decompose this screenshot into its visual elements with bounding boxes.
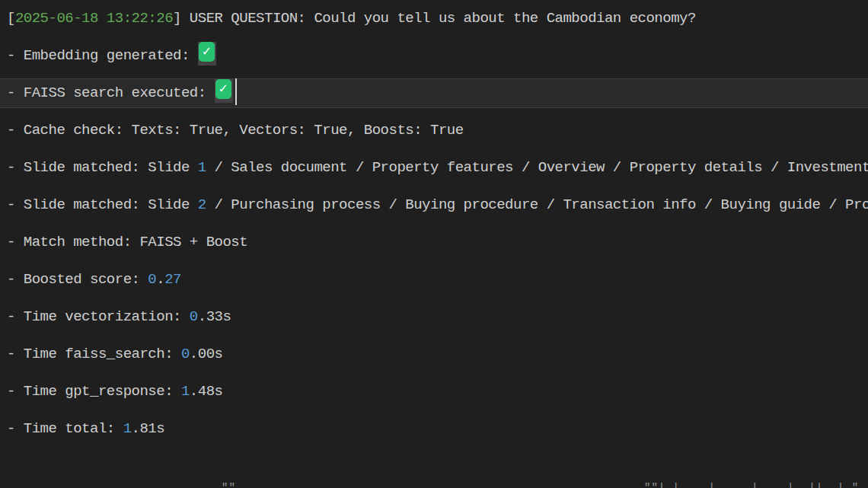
- log-text-segment: - FAISS search executed:: [7, 85, 215, 101]
- log-text-segment: - Match method: FAISS + Boost: [7, 234, 247, 250]
- boosted-score-line: - Boosted score: 0.27: [0, 261, 868, 298]
- clipped-text-fragment: "" . .: [222, 483, 264, 488]
- log-editor-area[interactable]: [2025-06-18 13:22:26] USER QUESTION: Cou…: [0, 0, 868, 488]
- log-text-segment: 0: [148, 271, 156, 288]
- log-text-segment: - Time gpt_response:: [7, 383, 181, 400]
- log-text-segment: - Time vectorization:: [7, 308, 190, 325]
- log-text-segment: 0: [190, 308, 198, 325]
- log-text-segment: [: [7, 10, 15, 27]
- log-text-segment: 0: [181, 346, 190, 362]
- time-total-line: - Time total: 1.81s: [0, 410, 868, 448]
- slide-matched-1-line: - Slide matched: Slide 1 / Sales documen…: [0, 149, 868, 187]
- embedding-generated-line: - Embedding generated: ✓: [0, 37, 868, 75]
- log-text-segment: 27: [164, 271, 181, 288]
- log-text-segment: ]: [173, 10, 190, 27]
- log-text-segment: - Slide matched: Slide: [7, 159, 198, 176]
- log-text-segment: .33s: [198, 308, 231, 325]
- time-vectorization-line: - Time vectorization: 0.33s: [0, 298, 868, 336]
- check-emoji-icon: ✓: [215, 79, 233, 103]
- log-text-segment: USER QUESTION: Could you tell us about t…: [190, 10, 696, 27]
- clipped-text-fragment: .: [519, 483, 525, 488]
- log-text-segment: - Cache check: Texts: True, Vectors: Tru…: [7, 122, 464, 139]
- log-text-segment: - Slide matched: Slide: [7, 196, 198, 213]
- log-text-segment: / Sales document / Property features / O…: [206, 159, 868, 176]
- log-text-segment: - Embedding generated:: [7, 47, 198, 64]
- log-text-segment: 2025-06-18 13:22:26: [15, 10, 173, 27]
- faiss-search-executed-line: - FAISS search executed: ✓: [0, 75, 868, 112]
- log-text-segment: 2: [198, 196, 206, 213]
- log-text-segment: 1: [181, 383, 190, 400]
- clipped-next-window-line: "" . .....""|.|.. .|. .. |. ..| .||. |.": [0, 480, 868, 488]
- time-gpt-response-line: - Time gpt_response: 1.48s: [0, 373, 868, 410]
- log-text-segment: / Purchasing process / Buying procedure …: [206, 196, 868, 213]
- log-text-segment: .: [156, 271, 164, 288]
- log-text-segment: 1: [198, 159, 206, 176]
- clipped-text-fragment: ""|.|.. .|. .. |. ..| .||. |.": [644, 483, 859, 488]
- log-text-segment: - Boosted score:: [7, 271, 148, 288]
- log-text-segment: 1: [123, 420, 132, 437]
- log-text-segment: - Time total:: [7, 420, 123, 437]
- text-cursor: [235, 78, 237, 105]
- log-text-segment: .48s: [190, 383, 223, 400]
- log-text-segment: - Time faiss_search:: [7, 346, 181, 362]
- log-text-segment: .81s: [132, 420, 165, 437]
- clipped-text-fragment: ..: [469, 483, 483, 488]
- slide-matched-2-line: - Slide matched: Slide 2 / Purchasing pr…: [0, 187, 868, 224]
- clipped-text-fragment: .: [283, 483, 290, 488]
- match-method-line: - Match method: FAISS + Boost: [0, 224, 868, 261]
- cache-check-line: - Cache check: Texts: True, Vectors: Tru…: [0, 112, 868, 149]
- check-emoji-icon: ✓: [198, 42, 216, 65]
- log-text-segment: .00s: [190, 346, 223, 362]
- user-question-line: [2025-06-18 13:22:26] USER QUESTION: Cou…: [0, 0, 868, 37]
- time-faiss-search-line: - Time faiss_search: 0.00s: [0, 336, 868, 373]
